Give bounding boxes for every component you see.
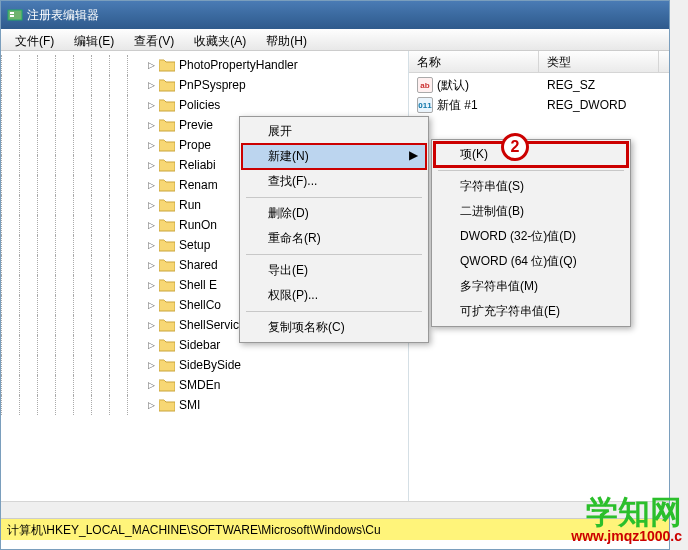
folder-icon bbox=[159, 78, 175, 92]
folder-icon bbox=[159, 158, 175, 172]
menu-separator bbox=[246, 197, 422, 198]
expander-icon[interactable]: ▷ bbox=[145, 299, 157, 311]
expander-icon[interactable]: ▷ bbox=[145, 259, 157, 271]
h-scrollbar[interactable] bbox=[1, 501, 669, 518]
ctx-expand[interactable]: 展开 bbox=[242, 119, 426, 144]
folder-icon bbox=[159, 258, 175, 272]
ctx-submenu-item[interactable]: QWORD (64 位)值(Q) bbox=[434, 249, 628, 274]
ctx-submenu-item[interactable]: 二进制值(B) bbox=[434, 199, 628, 224]
titlebar: 注册表编辑器 bbox=[1, 1, 669, 29]
tree-item-label: RunOn bbox=[179, 218, 217, 232]
context-menu-main: 展开 新建(N)▶查找(F)...删除(D)重命名(R)导出(E)权限(P)..… bbox=[239, 116, 429, 343]
folder-icon bbox=[159, 298, 175, 312]
value-type: REG_SZ bbox=[547, 78, 595, 92]
chevron-right-icon: ▶ bbox=[409, 148, 418, 162]
ctx-menu-item[interactable]: 复制项名称(C) bbox=[242, 315, 426, 340]
ctx-submenu-item[interactable]: DWORD (32-位)值(D) bbox=[434, 224, 628, 249]
value-name: (默认) bbox=[437, 77, 469, 94]
expander-icon[interactable]: ▷ bbox=[145, 339, 157, 351]
titlebar-text: 注册表编辑器 bbox=[27, 7, 99, 24]
tree-item[interactable]: ▷SMDEn bbox=[1, 375, 408, 395]
step-badge-2: 2 bbox=[501, 133, 529, 161]
context-submenu-new: 项(K)字符串值(S)二进制值(B)DWORD (32-位)值(D)QWORD … bbox=[431, 139, 631, 327]
tree-item-label: SMDEn bbox=[179, 378, 220, 392]
tree-item-label: PnPSysprep bbox=[179, 78, 246, 92]
value-name: 新值 #1 bbox=[437, 97, 478, 114]
menu-file[interactable]: 文件(F) bbox=[5, 31, 64, 48]
ctx-submenu-item[interactable]: 项(K) bbox=[434, 142, 628, 167]
tree-item[interactable]: ▷SideBySide bbox=[1, 355, 408, 375]
ctx-menu-item[interactable]: 删除(D) bbox=[242, 201, 426, 226]
regedit-window: 注册表编辑器 文件(F) 编辑(E) 查看(V) 收藏夹(A) 帮助(H) ▷P… bbox=[0, 0, 670, 550]
col-name[interactable]: 名称 bbox=[409, 51, 539, 72]
expander-icon[interactable]: ▷ bbox=[145, 179, 157, 191]
statusbar-path: 计算机\HKEY_LOCAL_MACHINE\SOFTWARE\Microsof… bbox=[1, 518, 669, 540]
expander-icon[interactable]: ▷ bbox=[145, 359, 157, 371]
watermark-text: 学知网 bbox=[571, 496, 682, 528]
expander-icon[interactable]: ▷ bbox=[145, 139, 157, 151]
svg-rect-1 bbox=[10, 12, 14, 14]
tree-item-label: Sidebar bbox=[179, 338, 220, 352]
ctx-menu-item[interactable]: 重命名(R) bbox=[242, 226, 426, 251]
tree-item-label: SideBySide bbox=[179, 358, 241, 372]
menu-view[interactable]: 查看(V) bbox=[124, 31, 184, 48]
tree-item-label: Prope bbox=[179, 138, 211, 152]
folder-icon bbox=[159, 118, 175, 132]
list-header: 名称 类型 bbox=[409, 51, 669, 73]
folder-icon bbox=[159, 198, 175, 212]
expander-icon[interactable]: ▷ bbox=[145, 319, 157, 331]
expander-icon[interactable]: ▷ bbox=[145, 159, 157, 171]
ctx-menu-item[interactable]: 查找(F)... bbox=[242, 169, 426, 194]
expander-icon[interactable]: ▷ bbox=[145, 99, 157, 111]
tree-item[interactable]: ▷PhotoPropertyHandler bbox=[1, 55, 408, 75]
menubar: 文件(F) 编辑(E) 查看(V) 收藏夹(A) 帮助(H) bbox=[1, 29, 669, 51]
tree-item[interactable]: ▷SMI bbox=[1, 395, 408, 415]
menu-separator bbox=[438, 170, 624, 171]
menu-separator bbox=[246, 311, 422, 312]
expander-icon[interactable]: ▷ bbox=[145, 59, 157, 71]
ctx-submenu-item[interactable]: 字符串值(S) bbox=[434, 174, 628, 199]
ctx-submenu-item[interactable]: 多字符串值(M) bbox=[434, 274, 628, 299]
expander-icon[interactable]: ▷ bbox=[145, 239, 157, 251]
value-row[interactable]: 011新值 #1REG_DWORD bbox=[409, 95, 669, 115]
expander-icon[interactable]: ▷ bbox=[145, 219, 157, 231]
expander-icon[interactable]: ▷ bbox=[145, 279, 157, 291]
menu-favorites[interactable]: 收藏夹(A) bbox=[184, 31, 256, 48]
value-row[interactable]: ab(默认)REG_SZ bbox=[409, 75, 669, 95]
expander-icon[interactable]: ▷ bbox=[145, 399, 157, 411]
app-icon bbox=[7, 7, 23, 23]
content-area: ▷PhotoPropertyHandler▷PnPSysprep▷Policie… bbox=[1, 51, 669, 501]
tree-item[interactable]: ▷Policies bbox=[1, 95, 408, 115]
ctx-submenu-item[interactable]: 可扩充字符串值(E) bbox=[434, 299, 628, 324]
menu-separator bbox=[246, 254, 422, 255]
folder-icon bbox=[159, 378, 175, 392]
folder-icon bbox=[159, 178, 175, 192]
ctx-menu-item[interactable]: 新建(N)▶ bbox=[242, 144, 426, 169]
menu-help[interactable]: 帮助(H) bbox=[256, 31, 317, 48]
expander-icon[interactable]: ▷ bbox=[145, 199, 157, 211]
ctx-menu-item[interactable]: 权限(P)... bbox=[242, 283, 426, 308]
watermark: 学知网 www.jmqz1000.c bbox=[571, 496, 682, 544]
tree-item-label: Shell E bbox=[179, 278, 217, 292]
folder-icon bbox=[159, 138, 175, 152]
folder-icon bbox=[159, 98, 175, 112]
value-type-icon: 011 bbox=[417, 97, 433, 113]
tree-item-label: Setup bbox=[179, 238, 210, 252]
expander-icon[interactable]: ▷ bbox=[145, 379, 157, 391]
tree-item-label: Reliabi bbox=[179, 158, 216, 172]
tree-item-label: Policies bbox=[179, 98, 220, 112]
tree-item[interactable]: ▷PnPSysprep bbox=[1, 75, 408, 95]
expander-icon[interactable]: ▷ bbox=[145, 79, 157, 91]
tree-item-label: Shared bbox=[179, 258, 218, 272]
value-type-icon: ab bbox=[417, 77, 433, 93]
folder-icon bbox=[159, 338, 175, 352]
expander-icon[interactable]: ▷ bbox=[145, 119, 157, 131]
tree-item-label: ShellCo bbox=[179, 298, 221, 312]
ctx-menu-item[interactable]: 导出(E) bbox=[242, 258, 426, 283]
tree-item-label: Run bbox=[179, 198, 201, 212]
folder-icon bbox=[159, 398, 175, 412]
folder-icon bbox=[159, 358, 175, 372]
svg-rect-2 bbox=[10, 15, 14, 17]
menu-edit[interactable]: 编辑(E) bbox=[64, 31, 124, 48]
col-type[interactable]: 类型 bbox=[539, 51, 659, 72]
